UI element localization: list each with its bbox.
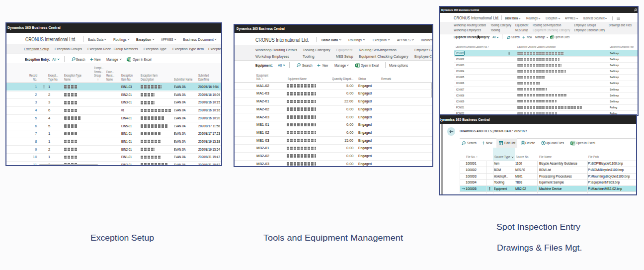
svg-text:X: X (551, 36, 552, 39)
